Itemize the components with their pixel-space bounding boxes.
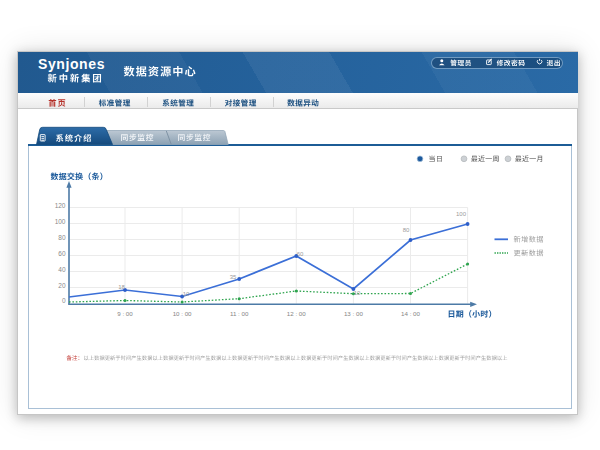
svg-text:80: 80 xyxy=(58,234,66,241)
svg-text:100: 100 xyxy=(55,218,66,225)
svg-text:20: 20 xyxy=(58,282,66,289)
svg-text:10: 10 xyxy=(354,290,361,296)
svg-text:60: 60 xyxy=(58,250,66,257)
svg-text:120: 120 xyxy=(55,202,66,209)
svg-text:40: 40 xyxy=(58,266,66,273)
svg-text:80: 80 xyxy=(403,227,410,233)
svg-text:10: 10 xyxy=(183,291,190,297)
svg-text:35: 35 xyxy=(230,274,237,280)
svg-text:13 : 00: 13 : 00 xyxy=(344,310,363,317)
svg-text:18: 18 xyxy=(118,284,125,290)
svg-text:11 : 00: 11 : 00 xyxy=(230,310,249,317)
svg-text:60: 60 xyxy=(297,251,304,257)
svg-text:14 : 00: 14 : 00 xyxy=(401,310,420,317)
svg-text:12 : 00: 12 : 00 xyxy=(287,310,306,317)
svg-text:100: 100 xyxy=(456,211,467,217)
svg-text:10 : 00: 10 : 00 xyxy=(173,310,192,317)
svg-text:9 : 00: 9 : 00 xyxy=(117,310,133,317)
svg-text:0: 0 xyxy=(62,297,66,304)
